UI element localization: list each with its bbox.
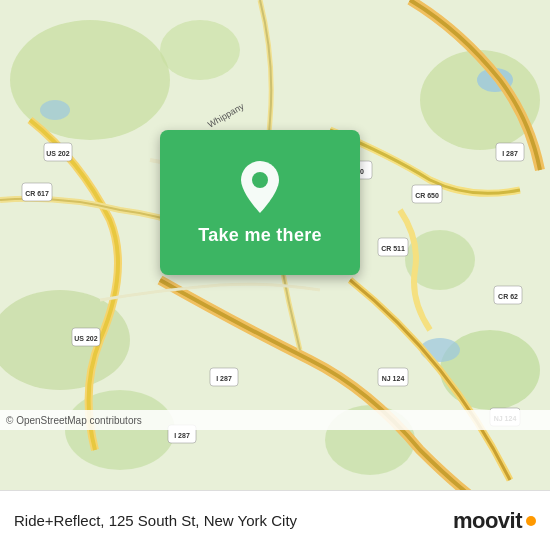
attribution-bar: © OpenStreetMap contributors [0, 410, 550, 430]
svg-text:I 287: I 287 [502, 150, 518, 157]
svg-point-2 [420, 50, 540, 150]
map-pin-icon [236, 159, 284, 215]
svg-text:I 287: I 287 [216, 375, 232, 382]
svg-text:US 202: US 202 [46, 150, 69, 157]
take-me-there-button-label: Take me there [198, 225, 322, 246]
moovit-logo: moovit [453, 508, 536, 534]
svg-point-5 [65, 390, 175, 470]
attribution-text: © OpenStreetMap contributors [6, 415, 142, 426]
svg-text:I 287: I 287 [174, 432, 190, 439]
moovit-logo-text: moovit [453, 508, 522, 534]
location-info: Ride+Reflect, 125 South St, New York Cit… [14, 512, 297, 529]
location-name: Ride+Reflect, 125 South St, New York Cit… [14, 512, 297, 529]
svg-text:CR 511: CR 511 [381, 245, 405, 252]
svg-point-3 [440, 330, 540, 410]
svg-text:US 202: US 202 [74, 335, 97, 342]
svg-text:CR 617: CR 617 [25, 190, 49, 197]
bottom-bar: Ride+Reflect, 125 South St, New York Cit… [0, 490, 550, 550]
moovit-dot-icon [526, 516, 536, 526]
svg-point-37 [252, 172, 268, 188]
svg-point-10 [40, 100, 70, 120]
svg-text:CR 62: CR 62 [498, 293, 518, 300]
take-me-there-card[interactable]: Take me there [160, 130, 360, 275]
svg-text:CR 650: CR 650 [415, 192, 439, 199]
svg-point-7 [160, 20, 240, 80]
map-container: Whippany US 202 [0, 0, 550, 490]
svg-text:NJ 124: NJ 124 [382, 375, 405, 382]
